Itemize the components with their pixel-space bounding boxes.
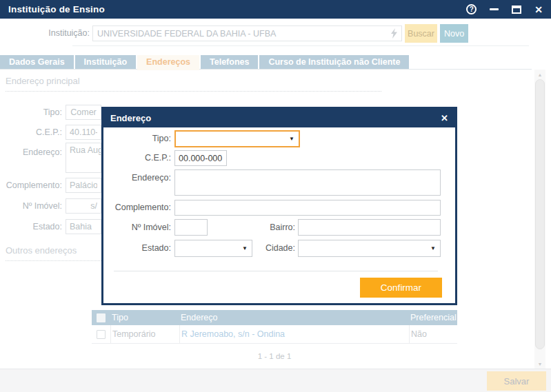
modal-header: Endereço ✕: [103, 109, 455, 127]
modal-body: Tipo: ▼ C.E.P.: Endereço: Complemento: N…: [103, 127, 455, 303]
modal-tipo-label: Tipo:: [103, 134, 171, 143]
close-icon[interactable]: ✕: [534, 5, 543, 14]
modal-endereco-textarea[interactable]: [174, 169, 441, 196]
tab-curso-instituicao-nao-cliente[interactable]: Curso de Instituição não Cliente: [259, 55, 409, 69]
chevron-down-icon: ▼: [289, 136, 299, 142]
tab-instituicao[interactable]: Instituição: [75, 55, 137, 69]
window-title: Instituição de Ensino: [8, 4, 105, 14]
lightning-icon: [390, 28, 401, 39]
endereco-label-bg: Endereço:: [0, 147, 62, 157]
confirmar-button[interactable]: Confirmar: [360, 278, 442, 298]
instituicao-input-wrap: [92, 25, 402, 41]
modal-cidade-select[interactable]: ▼: [298, 240, 441, 257]
tab-enderecos[interactable]: Endereços: [137, 55, 199, 70]
endereco-modal: Endereço ✕ Tipo: ▼ C.E.P.: Endereço: Com…: [101, 107, 457, 305]
tab-bar: Dados Gerais Instituição Endereços Telef…: [0, 55, 410, 70]
modal-num-imovel-input[interactable]: [174, 219, 208, 236]
modal-cep-label: C.E.P.:: [103, 153, 171, 163]
section-outros-enderecos: Outros endereços: [6, 245, 77, 256]
enderecos-table: Tipo Endereço Preferencial Temporário R …: [92, 310, 457, 344]
pagination-label: 1 - 1 de 1: [92, 352, 457, 360]
restore-icon[interactable]: [512, 6, 521, 14]
modal-estado-label: Estado:: [103, 243, 171, 253]
num-imovel-field-bg[interactable]: [66, 198, 101, 214]
row-checkbox[interactable]: [97, 330, 106, 339]
cep-label-bg: C.E.P.:: [0, 127, 62, 137]
estado-field-bg[interactable]: [66, 219, 101, 234]
chevron-down-icon: ▼: [430, 245, 440, 251]
instituicao-input[interactable]: [93, 26, 390, 41]
col-header-preferencial: Preferencial: [409, 313, 457, 322]
tab-telefones[interactable]: Telefones: [201, 55, 258, 69]
modal-complemento-label: Complemento:: [103, 203, 171, 212]
modal-complemento-input[interactable]: [174, 200, 441, 216]
estado-label-bg: Estado:: [0, 222, 62, 231]
modal-cidade-label: Cidade:: [228, 243, 295, 253]
modal-bairro-label: Bairro:: [228, 223, 295, 232]
modal-title: Endereço: [110, 113, 151, 123]
row-preferencial: Não: [409, 325, 457, 343]
novo-button[interactable]: Novo: [440, 24, 468, 43]
footer-bar: Salvar: [0, 369, 551, 392]
complemento-field-bg[interactable]: [66, 178, 101, 193]
modal-bairro-input[interactable]: [298, 219, 441, 236]
col-header-tipo: Tipo: [110, 313, 179, 322]
scrollbar-thumb[interactable]: [535, 79, 545, 349]
endereco-field-bg[interactable]: Rua Aug: [66, 143, 101, 173]
select-all-checkbox[interactable]: [97, 313, 106, 322]
vertical-scrollbar: ▲ ▼: [534, 70, 545, 369]
modal-tipo-select[interactable]: ▼: [174, 130, 300, 147]
instituicao-label: Instituição:: [0, 28, 90, 38]
salvar-button[interactable]: Salvar: [487, 371, 546, 391]
table-row[interactable]: Temporário R Jeremoabo, s/n - Ondina Não: [92, 325, 457, 344]
instituicao-de-ensino-window: Instituição de Ensino ? ✕ Instituição: B…: [0, 0, 551, 392]
complemento-label-bg: Complemento:: [0, 180, 62, 190]
modal-endereco-label: Endereço:: [103, 173, 171, 183]
col-header-endereco: Endereço: [179, 313, 409, 322]
modal-divider: [114, 271, 438, 271]
scroll-up-icon[interactable]: ▲: [534, 70, 545, 79]
modal-cep-input[interactable]: [174, 150, 227, 166]
cep-field-bg[interactable]: [66, 125, 101, 140]
section-endereco-principal: Endereço principal: [6, 76, 80, 86]
row-endereco-link[interactable]: R Jeremoabo, s/n - Ondina: [179, 325, 409, 343]
tab-dados-gerais[interactable]: Dados Gerais: [0, 55, 74, 69]
modal-close-icon[interactable]: ✕: [441, 114, 448, 123]
tipo-label-bg: Tipo:: [0, 107, 62, 117]
help-icon[interactable]: ?: [466, 4, 477, 14]
row-tipo: Temporário: [110, 325, 179, 343]
minimize-icon[interactable]: [490, 8, 499, 10]
header-separator: [72, 45, 529, 46]
num-imovel-label-bg: Nº Imóvel:: [0, 201, 62, 211]
titlebar: Instituição de Ensino ? ✕: [0, 0, 551, 19]
buscar-button[interactable]: Buscar: [405, 24, 437, 43]
section-divider: [6, 91, 381, 92]
scroll-down-icon[interactable]: ▼: [534, 359, 545, 369]
table-header: Tipo Endereço Preferencial: [92, 310, 457, 325]
tipo-field-bg[interactable]: [66, 105, 101, 120]
modal-num-imovel-label: Nº Imóvel:: [103, 223, 171, 232]
